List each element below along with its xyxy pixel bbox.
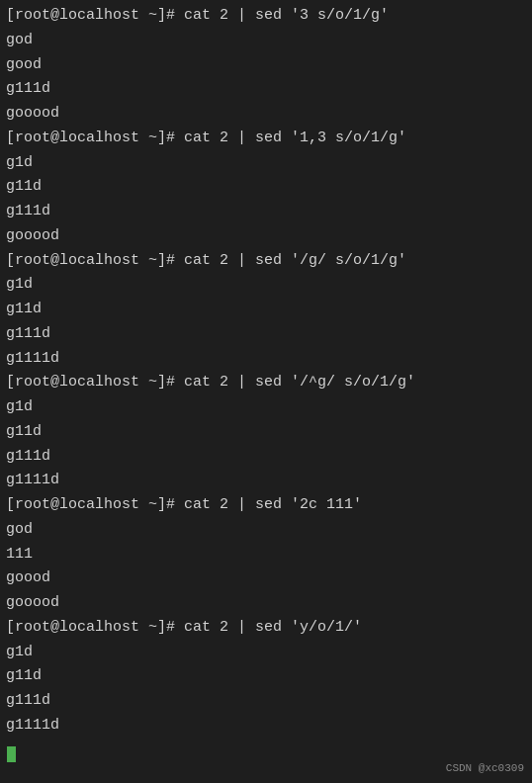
output-line: g11d — [6, 664, 526, 689]
output-line: goood — [6, 566, 526, 591]
prompt-line: [root@localhost ~]# cat 2 | sed '3 s/o/1… — [6, 4, 526, 29]
prompt-line: [root@localhost ~]# cat 2 | sed '/g/ s/o… — [6, 249, 526, 274]
output-line: g11d — [6, 420, 526, 445]
output-line: g111d — [6, 689, 526, 714]
output-line: g1d — [6, 273, 526, 298]
prompt-line: [root@localhost ~]# cat 2 | sed '1,3 s/o… — [6, 127, 526, 151]
output-line: g111d — [6, 322, 526, 347]
output-line: 111 — [6, 543, 526, 567]
terminal-output: [root@localhost ~]# cat 2 | sed '3 s/o/1… — [6, 4, 526, 762]
prompt-line: [root@localhost ~]# cat 2 | sed 'y/o/1/' — [6, 616, 526, 641]
watermark: CSDN @xc0309 — [446, 759, 524, 777]
output-line: g111d — [6, 77, 526, 102]
output-line: g1d — [6, 395, 526, 420]
prompt-line: [root@localhost ~]# cat 2 | sed '/^g/ s/… — [6, 371, 526, 395]
output-line: g1d — [6, 641, 526, 665]
output-line: good — [6, 53, 526, 78]
output-line: g111d — [6, 445, 526, 470]
terminal-cursor — [7, 746, 16, 762]
output-line: g11d — [6, 175, 526, 200]
output-line: g11d — [6, 298, 526, 322]
terminal-window: [root@localhost ~]# cat 2 | sed '3 s/o/1… — [0, 0, 532, 783]
output-line: gooood — [6, 102, 526, 127]
output-line: gooood — [6, 224, 526, 249]
output-line: god — [6, 518, 526, 543]
output-line: g1111d — [6, 469, 526, 493]
output-line: god — [6, 29, 526, 53]
prompt-line: [root@localhost ~]# cat 2 | sed '2c 111' — [6, 493, 526, 518]
output-line: g1d — [6, 151, 526, 176]
output-line: g1111d — [6, 714, 526, 739]
output-line: gooood — [6, 591, 526, 616]
output-line: g1111d — [6, 347, 526, 372]
output-line: g111d — [6, 200, 526, 224]
